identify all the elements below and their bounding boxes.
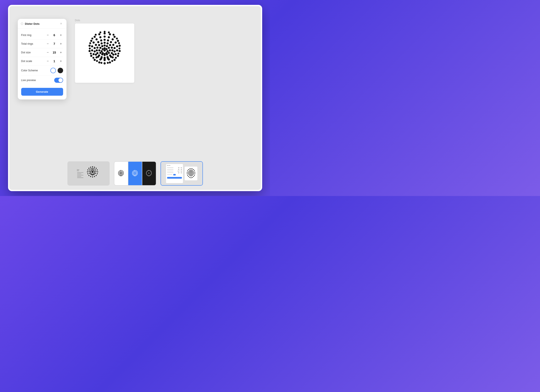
svg-point-192 <box>135 175 136 176</box>
first-ring-minus[interactable]: − <box>46 33 50 37</box>
svg-point-187 <box>136 171 137 172</box>
generate-button[interactable]: Generate <box>21 88 63 96</box>
svg-point-124 <box>87 169 88 171</box>
live-preview-label: Live preview <box>21 79 36 82</box>
dot-scale-value: 1 <box>52 60 57 63</box>
dialog-title: Dieter Dots <box>25 22 40 25</box>
svg-point-110 <box>99 32 101 34</box>
svg-point-101 <box>104 63 105 65</box>
svg-point-169 <box>120 170 120 171</box>
svg-point-166 <box>118 173 119 174</box>
thumb-2-dots-white <box>117 170 125 177</box>
thumb-1-inner: DieterDots <box>68 162 109 185</box>
svg-point-89 <box>102 48 104 50</box>
svg-point-214 <box>150 171 151 172</box>
svg-point-108 <box>91 38 93 40</box>
color-black-option[interactable] <box>58 68 63 73</box>
svg-point-60 <box>109 55 111 56</box>
thumb-3-toggle-row <box>167 174 182 175</box>
first-ring-row: First ring − 6 + <box>21 31 63 40</box>
svg-point-209 <box>133 172 134 173</box>
svg-point-52 <box>97 41 99 43</box>
svg-point-262 <box>191 171 192 172</box>
close-button[interactable]: × <box>59 22 63 26</box>
dot-scale-minus[interactable]: − <box>46 59 50 63</box>
dialog-panel: Dieter Dots × First ring − 6 + <box>18 19 66 99</box>
svg-point-264 <box>191 174 192 174</box>
svg-point-244 <box>187 170 188 171</box>
svg-point-57 <box>111 47 113 49</box>
svg-point-249 <box>192 171 193 172</box>
svg-point-159 <box>123 174 124 175</box>
svg-point-148 <box>91 170 92 171</box>
svg-point-207 <box>134 174 135 175</box>
svg-point-211 <box>135 173 135 174</box>
svg-point-8 <box>109 61 111 64</box>
svg-point-240 <box>188 176 189 177</box>
svg-point-199 <box>133 171 134 172</box>
svg-point-226 <box>147 171 148 172</box>
svg-point-69 <box>100 42 103 45</box>
dots-visualization <box>81 29 128 77</box>
svg-point-93 <box>112 34 114 36</box>
svg-point-74 <box>108 52 110 54</box>
svg-point-173 <box>122 173 123 174</box>
svg-point-2 <box>114 36 116 38</box>
svg-point-219 <box>149 175 150 176</box>
svg-point-128 <box>93 168 95 169</box>
svg-point-70 <box>104 45 106 47</box>
total-rings-plus[interactable]: + <box>59 42 63 46</box>
svg-point-37 <box>107 39 109 41</box>
live-preview-toggle[interactable] <box>54 78 63 83</box>
svg-point-117 <box>95 175 97 176</box>
svg-point-136 <box>89 171 90 172</box>
thumb-2-white <box>114 162 128 185</box>
dot-size-plus[interactable]: + <box>59 50 63 55</box>
thumb-3-step-4: 1 <box>178 172 182 173</box>
svg-point-16 <box>94 36 96 38</box>
svg-point-230 <box>192 169 193 169</box>
first-ring-plus[interactable]: + <box>59 33 63 37</box>
svg-point-235 <box>194 175 195 176</box>
dot-scale-plus[interactable]: + <box>59 59 63 63</box>
svg-point-97 <box>117 53 119 55</box>
svg-point-243 <box>187 172 188 173</box>
svg-point-104 <box>92 57 94 59</box>
svg-point-62 <box>104 57 106 59</box>
svg-point-266 <box>190 174 190 174</box>
svg-point-231 <box>193 169 194 170</box>
thumb-3-step-2: 7 <box>178 169 182 170</box>
svg-point-98 <box>115 57 117 59</box>
svg-point-85 <box>105 52 108 54</box>
svg-point-164 <box>119 175 120 175</box>
thumb-3-preview <box>185 167 197 180</box>
svg-point-238 <box>190 177 191 178</box>
svg-point-125 <box>88 168 89 169</box>
thumbnail-2[interactable] <box>114 161 156 186</box>
svg-point-208 <box>133 173 134 174</box>
svg-point-19 <box>108 36 110 38</box>
color-white-option[interactable] <box>50 68 56 73</box>
svg-point-84 <box>106 50 109 52</box>
svg-point-215 <box>151 172 152 173</box>
total-rings-minus[interactable]: − <box>46 42 50 46</box>
svg-point-127 <box>92 168 93 169</box>
thumbnail-1[interactable]: DieterDots <box>67 161 110 186</box>
svg-point-96 <box>118 48 120 50</box>
main-area: Dieter Dots × First ring − 6 + <box>9 6 261 158</box>
svg-point-237 <box>192 177 193 178</box>
thumbnail-3[interactable]: Dieter Dots 6 <box>160 161 203 186</box>
dot-size-value: 15 <box>52 51 57 54</box>
svg-point-265 <box>190 174 191 175</box>
svg-point-112 <box>94 167 95 168</box>
thumb-3-step-1: 6 <box>178 167 182 168</box>
svg-point-153 <box>92 171 93 173</box>
svg-point-116 <box>97 173 98 174</box>
svg-point-91 <box>104 31 105 33</box>
svg-point-61 <box>106 56 109 58</box>
svg-point-120 <box>90 176 91 177</box>
svg-point-111 <box>92 166 93 167</box>
svg-point-78 <box>99 52 101 54</box>
dot-size-minus[interactable]: − <box>46 50 50 55</box>
svg-point-161 <box>121 175 122 176</box>
